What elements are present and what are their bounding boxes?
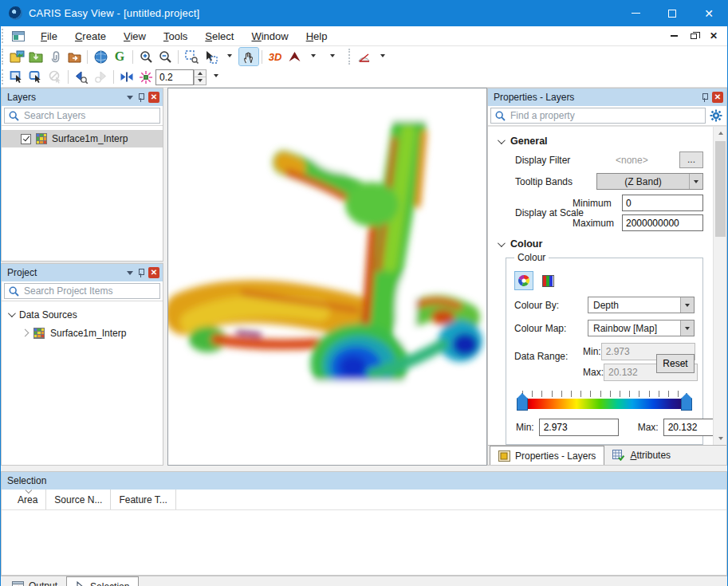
app-logo-icon xyxy=(9,6,22,20)
layers-pin-icon[interactable] xyxy=(138,93,144,102)
select-by-area-button[interactable] xyxy=(26,69,45,86)
colour-groupbox: Colour Colour By: Depth xyxy=(506,258,703,445)
tree-item-data-sources[interactable]: Data Sources xyxy=(2,306,163,323)
layers-close-icon[interactable]: ✕ xyxy=(148,92,159,103)
chevron-down-icon xyxy=(689,174,702,189)
surface-layer-icon xyxy=(33,328,45,339)
zoom-out-button[interactable] xyxy=(155,48,175,65)
open-folder-icon xyxy=(10,50,25,64)
mdi-close-button[interactable]: ✕ xyxy=(710,32,718,40)
colour-wheel-button[interactable] xyxy=(514,271,533,290)
export-button[interactable] xyxy=(65,48,84,65)
google-earth-button[interactable]: G xyxy=(110,48,129,65)
menu-help[interactable]: Help xyxy=(297,28,336,45)
pan-tool-button[interactable] xyxy=(239,48,258,65)
minimize-button[interactable] xyxy=(617,0,654,26)
search-icon xyxy=(495,111,506,121)
scale-maximum-input[interactable] xyxy=(622,214,703,231)
menu-file[interactable]: File xyxy=(32,28,66,45)
tooltip-bands-dropdown[interactable]: (Z Band) xyxy=(596,173,703,190)
scale-minimum-input[interactable] xyxy=(622,195,703,211)
column-area[interactable]: Area xyxy=(10,490,46,509)
project-close-icon[interactable]: ✕ xyxy=(148,267,159,278)
close-button[interactable]: ✕ xyxy=(691,0,727,26)
north-arrow-button[interactable] xyxy=(285,48,304,65)
next-view-button[interactable] xyxy=(91,69,110,86)
zoom-in-icon xyxy=(140,50,153,64)
menu-create[interactable]: Create xyxy=(66,28,115,45)
column-source-name[interactable]: Source N... xyxy=(46,490,111,509)
selection-toolbar-overflow[interactable] xyxy=(207,67,226,85)
display-filter-browse-button[interactable]: ... xyxy=(679,151,703,168)
tab-attributes[interactable]: Attributes xyxy=(604,446,679,465)
menu-select[interactable]: Select xyxy=(196,28,242,45)
layers-menu-caret-icon[interactable] xyxy=(127,96,133,100)
menu-window[interactable]: Window xyxy=(242,28,297,45)
toolbar-overflow[interactable] xyxy=(323,47,342,65)
map-canvas[interactable] xyxy=(167,88,487,466)
property-search-input[interactable] xyxy=(510,110,701,121)
properties-close-icon[interactable]: ✕ xyxy=(712,92,723,103)
flash-location-button[interactable] xyxy=(136,69,155,86)
mdi-minimize-button[interactable] xyxy=(671,35,678,37)
maximize-button[interactable] xyxy=(654,0,691,26)
scroll-up-arrow[interactable] xyxy=(714,127,726,140)
chevron-right-icon[interactable] xyxy=(22,329,30,337)
tab-selection[interactable]: Selection xyxy=(66,576,139,586)
data-range-label: Data Range: xyxy=(514,351,568,362)
menubar-grip xyxy=(2,29,6,43)
general-collapse-icon[interactable] xyxy=(498,136,506,144)
scroll-down-arrow[interactable] xyxy=(714,432,726,445)
layer-visibility-checkbox[interactable] xyxy=(21,134,31,144)
tab-properties-layers[interactable]: Properties - Layers xyxy=(490,446,604,465)
select-tool-button[interactable] xyxy=(201,48,220,65)
colour-by-label: Colour By: xyxy=(514,300,588,311)
next-view-icon xyxy=(93,70,108,84)
zoom-in-button[interactable] xyxy=(136,48,155,65)
menu-view[interactable]: View xyxy=(115,28,155,45)
chevron-down-icon[interactable] xyxy=(8,309,16,317)
range-min-input[interactable] xyxy=(539,419,619,436)
measure-dropdown[interactable] xyxy=(373,47,392,65)
colour-range-slider[interactable] xyxy=(516,391,693,409)
properties-pin-icon[interactable] xyxy=(702,93,707,102)
menu-tools[interactable]: Tools xyxy=(155,28,196,45)
column-feature-type[interactable]: Feature T... xyxy=(111,490,175,509)
3d-view-button[interactable]: 3D xyxy=(266,48,285,65)
attach-button[interactable] xyxy=(45,48,65,65)
layer-list-item[interactable]: Surface1m_Interp xyxy=(2,130,163,147)
tab-output[interactable]: Output xyxy=(3,576,66,586)
colour-by-dropdown[interactable]: Depth xyxy=(588,297,695,313)
pan-hand-icon xyxy=(242,50,255,64)
horizontal-splitter[interactable] xyxy=(1,466,727,471)
project-search-input[interactable] xyxy=(24,285,155,297)
mdi-restore-button[interactable] xyxy=(691,33,697,39)
tree-item-surface[interactable]: Surface1m_Interp xyxy=(2,324,163,341)
clear-selection-button[interactable] xyxy=(45,69,65,86)
layers-search-input[interactable] xyxy=(24,110,155,121)
project-pin-icon[interactable] xyxy=(138,269,144,277)
surface-layer-icon xyxy=(36,133,47,144)
fit-width-button[interactable] xyxy=(117,69,136,86)
colour-map-dropdown[interactable]: Rainbow [Map] xyxy=(588,320,695,336)
select-by-rectangle-button[interactable] xyxy=(7,69,26,86)
zoom-area-button[interactable] xyxy=(182,48,201,65)
project-menu-caret-icon[interactable] xyxy=(127,271,133,275)
reset-button[interactable]: Reset xyxy=(656,354,695,373)
select-tool-dropdown[interactable] xyxy=(220,47,239,65)
measure-button[interactable] xyxy=(354,48,373,65)
tolerance-input[interactable] xyxy=(155,69,194,85)
open-file-button[interactable] xyxy=(7,48,26,65)
web-map-button[interactable] xyxy=(91,48,110,65)
scrollbar-thumb[interactable] xyxy=(715,141,726,237)
property-settings-button[interactable] xyxy=(708,108,724,124)
properties-scrollbar[interactable] xyxy=(713,127,726,445)
import-button[interactable] xyxy=(26,48,45,65)
toolbar-selection xyxy=(1,67,727,88)
tolerance-stepper[interactable] xyxy=(194,69,207,85)
north-arrow-dropdown[interactable] xyxy=(304,47,323,65)
previous-view-button[interactable] xyxy=(72,69,91,86)
colour-collapse-icon[interactable] xyxy=(498,239,506,247)
document-icon[interactable] xyxy=(12,31,25,41)
rgb-bands-button[interactable] xyxy=(538,271,557,290)
